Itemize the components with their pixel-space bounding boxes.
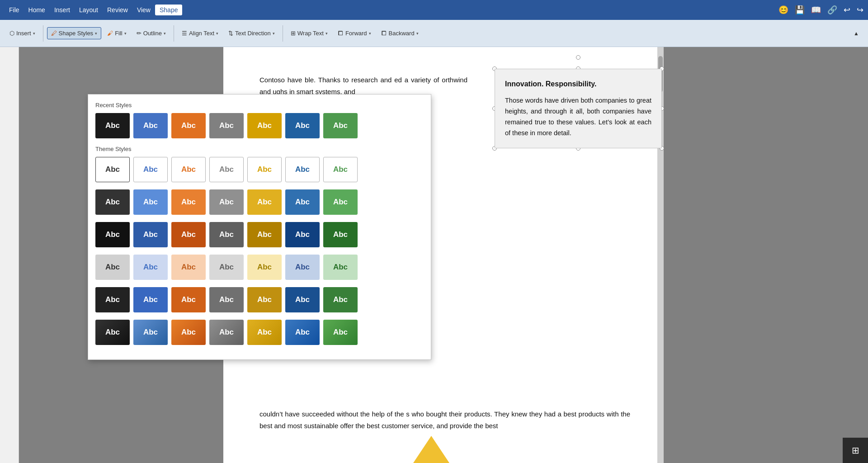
theme-r2-5[interactable]: Abc xyxy=(247,189,282,215)
save-icon[interactable]: 💾 xyxy=(795,5,805,15)
shape-styles-button[interactable]: 🖊 Shape Styles ▾ xyxy=(47,27,102,39)
textbox-wrapper[interactable]: Innovation. Responsibility. Those words … xyxy=(495,69,662,148)
theme-r4-6[interactable]: Abc xyxy=(285,255,320,280)
theme-r5-1[interactable]: Abc xyxy=(95,287,130,312)
insert-caret: ▾ xyxy=(33,31,35,36)
menu-layout[interactable]: Layout xyxy=(75,5,103,15)
main-area: Recent Styles Abc Abc Abc Abc Abc Abc Ab… xyxy=(0,47,868,463)
theme-row-6: Abc Abc Abc Abc Abc Abc Abc xyxy=(95,320,424,345)
theme-r5-7[interactable]: Abc xyxy=(323,287,358,312)
theme-r4-2[interactable]: Abc xyxy=(133,255,168,280)
theme-row-4: Abc Abc Abc Abc Abc Abc Abc xyxy=(95,255,424,280)
menu-shape[interactable]: Shape xyxy=(155,5,182,15)
menu-right-icons: 😊 💾 📖 🔗 ↩ ↪ xyxy=(778,5,863,15)
text-direction-button[interactable]: ⇅ Text Direction ▾ xyxy=(224,27,279,39)
menu-file[interactable]: File xyxy=(5,5,24,15)
theme-r6-3[interactable]: Abc xyxy=(171,320,206,345)
theme-r4-7[interactable]: Abc xyxy=(323,255,358,280)
shape-styles-icon: 🖊 xyxy=(51,30,57,37)
theme-r2-4[interactable]: Abc xyxy=(209,189,244,215)
recent-style-2[interactable]: Abc xyxy=(133,113,168,138)
theme-r1-7[interactable]: Abc xyxy=(323,157,358,182)
theme-r4-5[interactable]: Abc xyxy=(247,255,282,280)
recent-style-1[interactable]: Abc xyxy=(95,113,130,138)
recent-styles-label: Recent Styles xyxy=(95,102,424,109)
recent-style-6[interactable]: Abc xyxy=(285,113,320,138)
recent-style-3[interactable]: Abc xyxy=(171,113,206,138)
recent-style-4[interactable]: Abc xyxy=(209,113,244,138)
outline-label: Outline xyxy=(143,30,162,37)
insert-icon: ⬡ xyxy=(9,30,14,37)
document-area: Recent Styles Abc Abc Abc Abc Abc Abc Ab… xyxy=(19,47,868,463)
theme-row-3: Abc Abc Abc Abc Abc Abc Abc xyxy=(95,222,424,247)
bottom-right-corner[interactable]: ⊞ xyxy=(843,438,868,463)
theme-r3-7[interactable]: Abc xyxy=(323,222,358,247)
undo-icon[interactable]: ↩ xyxy=(844,5,850,15)
doc-text-bottom: couldn’t have succeeded without the help… xyxy=(259,408,630,436)
theme-r2-3[interactable]: Abc xyxy=(171,189,206,215)
theme-r1-1[interactable]: Abc xyxy=(95,157,130,182)
outline-button[interactable]: ✏ Outline ▾ xyxy=(132,27,170,39)
theme-r3-3[interactable]: Abc xyxy=(171,222,206,247)
theme-r1-4[interactable]: Abc xyxy=(209,157,244,182)
theme-r6-4[interactable]: Abc xyxy=(209,320,244,345)
theme-r2-6[interactable]: Abc xyxy=(285,189,320,215)
theme-r4-3[interactable]: Abc xyxy=(171,255,206,280)
theme-r2-1[interactable]: Abc xyxy=(95,189,130,215)
theme-r1-5[interactable]: Abc xyxy=(247,157,282,182)
theme-r4-4[interactable]: Abc xyxy=(209,255,244,280)
theme-r6-1[interactable]: Abc xyxy=(95,320,130,345)
corner-icon: ⊞ xyxy=(852,445,859,456)
book-icon[interactable]: 📖 xyxy=(811,5,821,15)
wrap-text-button[interactable]: ⊞ Wrap Text ▾ xyxy=(287,27,332,39)
theme-r1-6[interactable]: Abc xyxy=(285,157,320,182)
theme-row-2: Abc Abc Abc Abc Abc Abc Abc xyxy=(95,189,424,215)
theme-r6-5[interactable]: Abc xyxy=(247,320,282,345)
recent-style-7[interactable]: Abc xyxy=(323,113,358,138)
backward-icon: ⧠ xyxy=(381,30,387,37)
theme-r3-4[interactable]: Abc xyxy=(209,222,244,247)
theme-row-1: Abc Abc Abc Abc Abc Abc Abc xyxy=(95,157,424,182)
wrap-text-caret: ▾ xyxy=(326,31,328,36)
theme-r6-6[interactable]: Abc xyxy=(285,320,320,345)
shape-styles-dropdown: Recent Styles Abc Abc Abc Abc Abc Abc Ab… xyxy=(88,94,431,360)
left-sidebar xyxy=(0,47,19,463)
sep-1 xyxy=(43,25,43,42)
forward-button[interactable]: ⧠ Forward ▾ xyxy=(334,27,375,39)
menu-home[interactable]: Home xyxy=(24,5,50,15)
handle-rotate[interactable] xyxy=(576,55,580,60)
theme-r2-7[interactable]: Abc xyxy=(323,189,358,215)
redo-icon[interactable]: ↪ xyxy=(857,5,863,15)
theme-r6-7[interactable]: Abc xyxy=(323,320,358,345)
wrap-text-icon: ⊞ xyxy=(291,30,296,37)
theme-r3-2[interactable]: Abc xyxy=(133,222,168,247)
menu-view[interactable]: View xyxy=(132,5,155,15)
fill-button[interactable]: 🖌 Fill ▾ xyxy=(103,27,131,39)
theme-r4-1[interactable]: Abc xyxy=(95,255,130,280)
theme-r3-5[interactable]: Abc xyxy=(247,222,282,247)
align-text-button[interactable]: ☰ Align Text ▾ xyxy=(178,27,222,39)
theme-r1-2[interactable]: Abc xyxy=(133,157,168,182)
theme-r5-5[interactable]: Abc xyxy=(247,287,282,312)
theme-r5-2[interactable]: Abc xyxy=(133,287,168,312)
recent-styles-grid: Abc Abc Abc Abc Abc Abc Abc xyxy=(95,113,424,138)
ribbon-collapse-button[interactable]: ▲ xyxy=(850,28,863,38)
theme-r3-1[interactable]: Abc xyxy=(95,222,130,247)
backward-caret: ▾ xyxy=(416,31,419,36)
insert-button[interactable]: ⬡ Insert ▾ xyxy=(5,27,39,39)
recent-style-5[interactable]: Abc xyxy=(247,113,282,138)
backward-button[interactable]: ⧠ Backward ▾ xyxy=(377,27,423,39)
theme-r2-2[interactable]: Abc xyxy=(133,189,168,215)
selected-textbox[interactable]: Innovation. Responsibility. Those words … xyxy=(495,69,662,148)
align-text-icon: ☰ xyxy=(182,30,187,37)
menu-review[interactable]: Review xyxy=(103,5,132,15)
theme-r1-3[interactable]: Abc xyxy=(171,157,206,182)
share-icon[interactable]: 🔗 xyxy=(827,5,837,15)
emoji-icon[interactable]: 😊 xyxy=(778,5,788,15)
theme-r5-4[interactable]: Abc xyxy=(209,287,244,312)
theme-r6-2[interactable]: Abc xyxy=(133,320,168,345)
theme-r5-6[interactable]: Abc xyxy=(285,287,320,312)
theme-r3-6[interactable]: Abc xyxy=(285,222,320,247)
theme-r5-3[interactable]: Abc xyxy=(171,287,206,312)
menu-insert[interactable]: Insert xyxy=(50,5,75,15)
